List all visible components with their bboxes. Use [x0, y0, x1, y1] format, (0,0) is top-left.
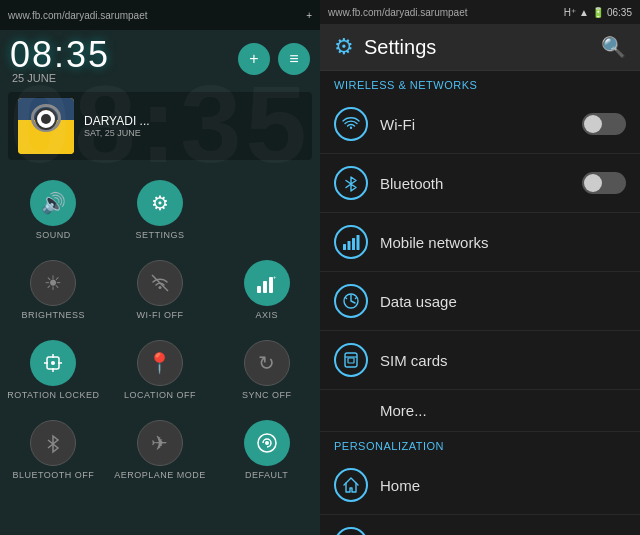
svg-rect-10 — [348, 241, 351, 250]
wifi-item-icon — [334, 107, 368, 141]
default-label: DEFAULT — [245, 470, 288, 480]
time-display: 08:35 — [10, 34, 110, 76]
brightness-icon: ☀ — [30, 260, 76, 306]
svg-rect-12 — [357, 235, 360, 250]
right-fb-url: www.fb.com/daryadi.sarumpaet — [328, 7, 468, 18]
left-top-bar: 08:35 25 JUNE + ≡ — [0, 30, 320, 88]
quick-item-sound[interactable]: 🔊 SOUND — [0, 170, 107, 250]
bluetooth-settings-item[interactable]: Bluetooth — [320, 154, 640, 213]
quick-item-settings[interactable]: ⚙ SETTINGS — [107, 170, 214, 250]
settings-gear-icon: ⚙ — [334, 34, 354, 60]
search-button[interactable]: 🔍 — [601, 35, 626, 59]
bluetooth-settings-label: Bluetooth — [380, 175, 582, 192]
axis-label: AXIS — [255, 310, 278, 320]
wireless-section-header: WIRELESS & NETWORKS — [320, 71, 640, 95]
home-item[interactable]: Home — [320, 456, 640, 515]
add-button[interactable]: + — [238, 43, 270, 75]
bluetooth-label: BLUETOOTH OFF — [12, 470, 94, 480]
quick-item-bluetooth[interactable]: BLUETOOTH OFF — [0, 410, 107, 490]
bluetooth-toggle[interactable] — [582, 172, 626, 194]
rotation-icon — [30, 340, 76, 386]
axis-icon: + — [244, 260, 290, 306]
svg-point-6 — [51, 361, 55, 365]
right-panel: www.fb.com/daryadi.sarumpaet H⁺ ▲ 🔋 06:3… — [320, 0, 640, 535]
settings-icon: ⚙ — [137, 180, 183, 226]
wifi-label: Wi-Fi — [380, 116, 582, 133]
quick-item-axis[interactable]: + AXIS — [213, 250, 320, 330]
signal-icon: H⁺ — [564, 7, 576, 18]
sync-label: SYNC OFF — [242, 390, 292, 400]
svg-rect-9 — [343, 244, 346, 250]
avatar — [18, 98, 74, 154]
aeroplane-label: AEROPLANE MODE — [114, 470, 206, 480]
battery-icon: 🔋 — [592, 7, 604, 18]
time-date-block: 08:35 25 JUNE — [10, 34, 110, 84]
settings-label: SETTINGS — [135, 230, 184, 240]
settings-list: WIRELESS & NETWORKS Wi-Fi — [320, 71, 640, 535]
aeroplane-icon: ✈ — [137, 420, 183, 466]
quick-item-aeroplane[interactable]: ✈ AEROPLANE MODE — [107, 410, 214, 490]
right-time: 06:35 — [607, 7, 632, 18]
data-usage-icon — [334, 284, 368, 318]
left-fb-url: www.fb.com/daryadi.sarumpaet — [8, 10, 148, 21]
right-status-icons: H⁺ ▲ 🔋 06:35 — [564, 7, 632, 18]
left-add-icon: + — [306, 10, 312, 21]
mobile-networks-label: Mobile networks — [380, 234, 626, 251]
right-status-bar: www.fb.com/daryadi.sarumpaet H⁺ ▲ 🔋 06:3… — [320, 0, 640, 24]
personalization-section-header: PERSONALIZATION — [320, 432, 640, 456]
location-off-icon: 📍 — [137, 340, 183, 386]
svg-point-8 — [265, 441, 269, 445]
sound-icon: 🔊 — [30, 180, 76, 226]
top-right-buttons: + ≡ — [238, 43, 310, 75]
left-status-bar: www.fb.com/daryadi.sarumpaet + — [0, 0, 320, 30]
home-label: Home — [380, 477, 626, 494]
quick-item-default[interactable]: DEFAULT — [213, 410, 320, 490]
settings-title-row: ⚙ Settings — [334, 34, 436, 60]
brightness-label: BRIGHTNESS — [22, 310, 86, 320]
settings-header: ⚙ Settings 🔍 — [320, 24, 640, 71]
wifi-item[interactable]: Wi-Fi — [320, 95, 640, 154]
sim-cards-icon — [334, 343, 368, 377]
wifi-off-label: WI-FI OFF — [136, 310, 183, 320]
sim-cards-label: SIM cards — [380, 352, 626, 369]
svg-rect-15 — [348, 358, 354, 363]
wifi-toggle[interactable] — [582, 113, 626, 135]
quick-item-brightness[interactable]: ☀ BRIGHTNESS — [0, 250, 107, 330]
mobile-networks-item[interactable]: Mobile networks — [320, 213, 640, 272]
rotation-label: ROTATION LOCKED — [7, 390, 99, 400]
profile-info: DARYADI ... SAT, 25 JUNE — [84, 114, 150, 138]
bluetooth-off-icon — [30, 420, 76, 466]
quick-item-sync[interactable]: ↻ SYNC OFF — [213, 330, 320, 410]
svg-rect-11 — [352, 238, 355, 250]
profile-name: DARYADI ... — [84, 114, 150, 128]
home-icon — [334, 468, 368, 502]
wifi-off-icon — [137, 260, 183, 306]
svg-rect-14 — [345, 353, 357, 367]
menu-button[interactable]: ≡ — [278, 43, 310, 75]
quick-item-rotation[interactable]: ROTATION LOCKED — [0, 330, 107, 410]
quick-item-wifi[interactable]: WI-FI OFF — [107, 250, 214, 330]
data-usage-item[interactable]: Data usage — [320, 272, 640, 331]
profile-card[interactable]: DARYADI ... SAT, 25 JUNE — [8, 92, 312, 160]
left-panel: 08:35 www.fb.com/daryadi.sarumpaet + 08:… — [0, 0, 320, 535]
data-usage-label: Data usage — [380, 293, 626, 310]
quick-settings-grid: 🔊 SOUND ⚙ SETTINGS ☀ BRIGHTNESS WI-FI OF… — [0, 164, 320, 496]
bluetooth-settings-icon — [334, 166, 368, 200]
mobile-networks-icon — [334, 225, 368, 259]
default-icon — [244, 420, 290, 466]
profile-date: SAT, 25 JUNE — [84, 128, 150, 138]
quick-item-empty — [213, 170, 320, 250]
sound-label: SOUND — [36, 230, 71, 240]
settings-title: Settings — [364, 36, 436, 59]
location-label: LOCATION OFF — [124, 390, 196, 400]
lock-screen-icon — [334, 527, 368, 535]
more-item[interactable]: More... — [320, 390, 640, 432]
lock-screen-item[interactable]: Lock screen — [320, 515, 640, 535]
svg-text:+: + — [273, 274, 277, 280]
signal-bars-icon: ▲ — [579, 7, 589, 18]
svg-rect-2 — [263, 281, 267, 293]
left-status-icons: + — [306, 10, 312, 21]
quick-item-location[interactable]: 📍 LOCATION OFF — [107, 330, 214, 410]
sync-off-icon: ↻ — [244, 340, 290, 386]
sim-cards-item[interactable]: SIM cards — [320, 331, 640, 390]
